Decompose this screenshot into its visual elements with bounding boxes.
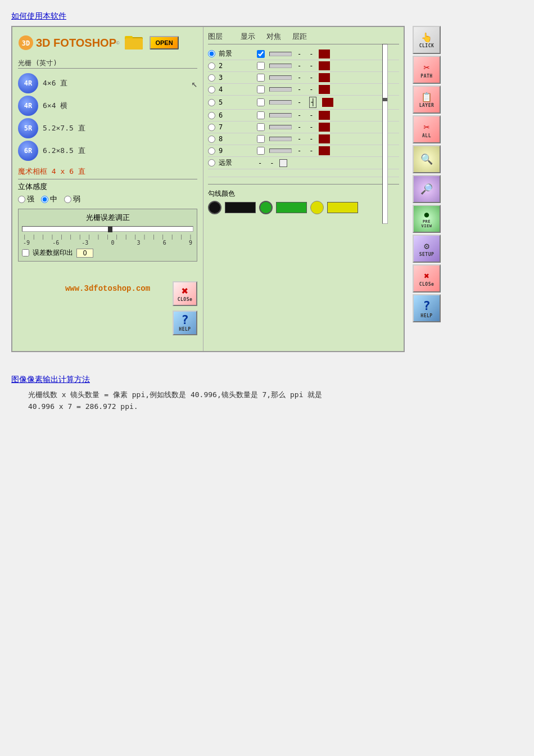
swatch-yellow[interactable] (310, 201, 324, 214)
swatch-bar-green[interactable] (276, 202, 307, 213)
left-close-button[interactable]: ✖ CLOSe (173, 281, 197, 306)
right-help-button[interactable]: ? HELP (413, 294, 441, 322)
slider-thumb[interactable] (108, 227, 112, 232)
layer-color-9 (319, 146, 330, 155)
layer-row-3: 3 - - (208, 72, 399, 84)
stereo-strong-radio[interactable] (18, 196, 25, 203)
bottom-text-1: 光栅线数 x 镜头数量 = 像素 ppi,例如线数是 40.996,镜头数量是 … (28, 389, 523, 401)
open-button[interactable]: OPEN (150, 36, 178, 50)
error-label: 误差数据印出 (33, 248, 73, 258)
layer-slider-7[interactable] (269, 125, 292, 129)
layer-radio-7[interactable] (208, 124, 215, 131)
layer-radio-2[interactable] (208, 62, 215, 70)
help-btn-label: HELP (179, 327, 191, 332)
layer-slider-6[interactable] (269, 113, 292, 118)
badge-6r[interactable]: 6R (18, 141, 38, 161)
right-close-button[interactable]: ✖ CLOSe (413, 264, 441, 292)
slider-marks: -9-6-30369 (22, 240, 193, 246)
layer-check-7[interactable] (256, 123, 266, 131)
swatch-green[interactable] (259, 201, 273, 214)
layer-row-2: 2 - - (208, 60, 399, 72)
stereo-medium-label: 中 (50, 194, 57, 204)
background-indicator (279, 159, 287, 167)
badge-4r-2[interactable]: 4R (18, 96, 38, 116)
layer-radio-4[interactable] (208, 86, 215, 93)
stereo-medium[interactable]: 中 (41, 194, 57, 204)
bottom-text-2: 40.996 x 7 = 286.972 ppi. (28, 401, 523, 413)
zoom-in-button[interactable]: 🔍 (413, 145, 441, 173)
error-input[interactable] (76, 249, 93, 258)
layer-slider-2[interactable] (269, 64, 292, 68)
stereo-weak-radio[interactable] (64, 196, 71, 203)
click-button[interactable]: 👆 CLICK (413, 26, 441, 54)
bottom-link[interactable]: 图像像素输出计算方法 (11, 375, 523, 385)
left-help-button[interactable]: ? HELP (173, 310, 197, 335)
layer-slider-5[interactable] (269, 100, 292, 105)
setup-button[interactable]: ⚙ SETUP (413, 235, 441, 263)
click-icon: 👆 (421, 32, 432, 43)
layer-slider-4[interactable] (269, 87, 292, 92)
swatch-bar-yellow[interactable] (327, 202, 358, 213)
layer-slider-3[interactable] (269, 75, 292, 80)
zoom-out-icon: 🔎 (420, 183, 433, 195)
layer-check-8[interactable] (256, 135, 266, 143)
layer-row-6: 6 - - (208, 110, 399, 122)
error-checkbox[interactable] (22, 249, 29, 256)
stereo-label: 立体感度 (18, 182, 47, 191)
layer-check-9[interactable] (256, 147, 266, 155)
badge-5r[interactable]: 5R (18, 118, 38, 138)
layer-radio-foreground[interactable] (208, 50, 215, 57)
preview-button[interactable]: ● PREVIEW (413, 205, 441, 233)
layer-radio-5[interactable] (208, 99, 215, 106)
logo-text: 3D FOTOSHOP (36, 37, 116, 50)
layer-radio-8[interactable] (208, 136, 215, 143)
right-panel: 图层 显示 对焦 层距 前景 - - (203, 27, 404, 351)
all-label: ALL (422, 133, 431, 138)
layer-slider-8[interactable] (269, 137, 292, 141)
layer-check-5[interactable] (256, 98, 266, 106)
layer-color-4 (319, 85, 330, 94)
layer-radio-9[interactable] (208, 147, 215, 155)
top-link[interactable]: 如何使用本软件 (11, 11, 523, 21)
layer-name-7: 7 (219, 123, 252, 131)
stereo-medium-radio[interactable] (41, 196, 48, 203)
badge-4r-1[interactable]: 4R (18, 73, 38, 93)
right-close-label: CLOSe (419, 282, 435, 287)
swatch-black[interactable] (208, 201, 221, 214)
size-label-4: 6.2×8.5 直 (43, 146, 85, 156)
path-button[interactable]: ✂ PATH (413, 56, 441, 84)
layer-check-3[interactable] (256, 74, 266, 82)
layer-icon: 📋 (421, 92, 432, 102)
layer-check-foreground[interactable] (256, 50, 266, 58)
vertical-depth-slider[interactable] (382, 44, 388, 224)
close-x-icon: ✖ (182, 285, 188, 296)
left-panel: 3D 3D FOTOSHOP © OPEN 光栅 (英寸) 4R 4×6 直 (12, 27, 203, 351)
layer-color-8 (319, 134, 330, 143)
layer-radio-3[interactable] (208, 74, 215, 82)
stereo-strong[interactable]: 强 (18, 194, 34, 204)
layer-radio-background[interactable] (208, 159, 215, 166)
slider-track[interactable] (22, 226, 193, 232)
zoom-out-button[interactable]: 🔎 (413, 175, 441, 203)
layers-header: 图层 显示 对焦 层距 (208, 32, 399, 44)
stereo-weak[interactable]: 弱 (64, 194, 80, 204)
layer-name-6: 6 (219, 111, 252, 119)
layer-check-2[interactable] (256, 62, 266, 70)
layer-color-5 (322, 98, 333, 107)
layer-color-foreground (319, 50, 330, 58)
all-button[interactable]: ✂ ALL (413, 115, 441, 143)
layer-check-6[interactable] (256, 111, 266, 119)
layer-radio-6[interactable] (208, 112, 215, 119)
setup-label: SETUP (419, 252, 435, 257)
layer-color-6 (319, 111, 330, 120)
size-label-1: 4×6 直 (43, 78, 67, 88)
layer-button[interactable]: 📋 LAYER (413, 86, 441, 114)
size-label-2: 6×4 横 (43, 101, 67, 111)
layer-name-9: 9 (219, 147, 252, 155)
layer-check-4[interactable] (256, 86, 266, 93)
swatch-bar-black[interactable] (225, 202, 256, 213)
spacer-row (208, 169, 399, 177)
layer-slider-9[interactable] (269, 148, 292, 153)
layer-slider-foreground[interactable] (269, 52, 292, 56)
depth-slider-thumb[interactable] (383, 98, 387, 101)
